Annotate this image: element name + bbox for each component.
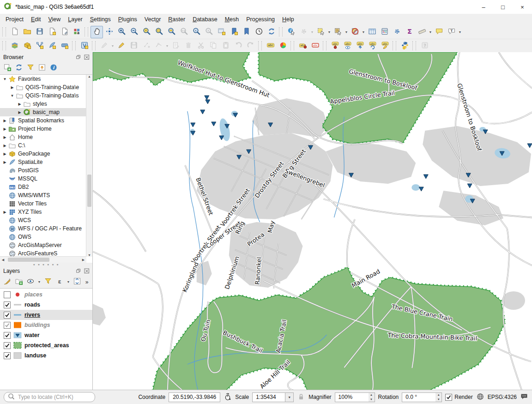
toolbar-grip[interactable] [92,41,96,50]
browser-horizontal-scrollbar[interactable]: ◀ ▶ [0,256,86,263]
browser-item-project-home[interactable]: ▶Project Home [0,125,86,133]
expander-closed-icon[interactable]: ▶ [9,85,15,90]
refresh-button[interactable] [265,26,278,38]
label-show-button[interactable]: abc [341,40,354,52]
expander-closed-icon[interactable]: ▶ [2,144,8,148]
select-form-dropdown-icon[interactable]: ▼ [344,26,349,38]
expand-collapse-button[interactable] [72,277,82,287]
rotation-spinbox[interactable]: 0.0 ° ▲▼ [402,392,442,402]
add-selected-button[interactable] [2,63,12,73]
browser-item-spatial-bookmarks[interactable]: ▶Spatial Bookmarks [0,116,86,125]
menu-plugins[interactable]: Plugins [115,15,141,24]
toolbar-grip[interactable] [85,27,88,36]
magnifier-spinner[interactable]: ▲▼ [369,392,375,402]
select-button[interactable] [314,26,327,38]
toolbar-grip[interactable] [393,41,396,50]
browser-close-button[interactable] [84,54,90,60]
styling-button[interactable] [2,277,12,287]
add-group-button[interactable] [14,277,24,287]
modify-attributes-button[interactable] [169,40,182,52]
toolbar-grip[interactable] [2,41,6,50]
layer-checkbox[interactable] [4,322,11,329]
magnifier-value[interactable]: 100% [335,392,369,402]
layer-item-water[interactable]: water [0,330,92,340]
toolbar-grip[interactable] [279,27,283,36]
browser-item-qgis-training-data-s[interactable]: ▼QGIS-Training-Data\s [0,91,86,100]
identify-button[interactable]: i [285,26,297,38]
menu-mesh[interactable]: Mesh [221,15,243,24]
layers-float-button[interactable] [75,268,82,274]
expander-closed-icon[interactable]: ▶ [2,119,8,123]
layer-checkbox[interactable] [4,332,11,339]
attribute-table-button[interactable] [366,26,378,38]
menu-project[interactable]: Project [2,15,27,24]
save-project-button[interactable] [33,26,46,38]
browser-item-wfs-ogc-api-feature[interactable]: WWFS / OGC API - Feature [0,224,86,233]
scroll-down-icon[interactable]: ▼ [86,253,92,257]
layer-item-places[interactable]: places [0,289,92,300]
menu-settings[interactable]: Settings [86,15,115,24]
browser-float-button[interactable] [75,54,82,60]
extents-toggle-icon[interactable] [224,392,232,402]
new-layout-button[interactable] [46,26,58,38]
new-bookmark-button[interactable] [228,26,240,38]
highlight-labels-button[interactable]: abc [309,40,321,52]
layer-item-roads[interactable]: roads [0,300,92,310]
current-edits-button[interactable] [98,40,110,52]
menu-processing[interactable]: Processing [242,15,278,24]
undo-button[interactable] [232,40,244,52]
menu-layer[interactable]: Layer [64,15,86,24]
pan-button[interactable] [91,26,103,38]
scroll-left-icon[interactable]: ◀ [0,258,6,262]
scroll-up-icon[interactable]: ▲ [86,75,92,78]
browser-item-wms-wmts[interactable]: WMS/WMTS [0,191,86,199]
browser-item-db2[interactable]: DB2DB2 [0,183,86,191]
map-canvas[interactable]: Wolfkloof Hut to Glenstroom HutGlenstroo… [93,52,532,391]
browser-item-geopackage[interactable]: ▶GeoPackage [0,150,86,158]
zoom-full-button[interactable] [140,26,153,38]
vertex-tool-button[interactable] [152,40,165,52]
minimize-button[interactable]: – [474,0,493,14]
layer-checkbox[interactable] [4,312,11,319]
bookmarks-button[interactable] [240,26,253,38]
new-virtual-button[interactable] [78,40,91,52]
rotation-spinner[interactable]: ▲▼ [435,392,442,402]
toggle-editing-button[interactable] [115,40,127,52]
expander-closed-icon[interactable]: ▶ [2,160,8,164]
paste-button[interactable] [219,40,232,52]
layer-checkbox[interactable] [4,342,11,349]
expander-closed-icon[interactable]: ▶ [17,102,23,106]
layer-item-landuse[interactable]: landuse [0,350,92,361]
measure-button[interactable] [416,26,428,38]
zoom-layer-button[interactable] [165,26,178,38]
layers-close-button[interactable] [84,268,90,274]
menu-help[interactable]: Help [278,15,298,24]
menu-database[interactable]: Database [189,15,221,24]
layer-checkbox[interactable] [4,301,11,308]
toolbar-grip[interactable] [258,41,262,50]
deselect-button[interactable] [349,26,361,38]
layer-checkbox[interactable] [4,291,11,298]
browser-item-qgis-training-data-e[interactable]: ▶QGIS-Training-Data\e [0,83,86,91]
close-button[interactable]: × [513,0,532,14]
label-change-button[interactable]: abc [379,40,391,52]
zoom-native-button[interactable]: 1:1 [178,26,190,38]
expander-closed-icon[interactable]: ▶ [2,210,8,214]
statistics-button[interactable]: Σ [403,26,416,38]
crs-status[interactable]: EPSG:4326 [488,394,517,400]
browser-item-wcs[interactable]: WCS [0,216,86,224]
new-spatialite-button[interactable] [46,40,58,52]
browser-item-mssql[interactable]: MSSQL [0,175,86,183]
expander-closed-icon[interactable]: ▶ [2,152,8,156]
save-edits-button[interactable] [127,40,140,52]
toolbar-grip[interactable] [72,41,76,50]
zoom-selection-button[interactable] [153,26,165,38]
annotation-dropdown-icon[interactable]: ▼ [458,26,462,38]
delete-selected-button[interactable] [182,40,194,52]
scale-value[interactable]: 1:35434 [252,392,285,402]
browser-item-vector-tiles[interactable]: Vector Tiles [0,199,86,208]
style-manager-button[interactable]: a [71,26,83,38]
expression-dropdown-icon[interactable]: ▼ [66,276,71,288]
browser-item-arcgismapserver[interactable]: ArcGisMapServer [0,241,86,249]
scrollbar-thumb[interactable] [8,258,49,262]
